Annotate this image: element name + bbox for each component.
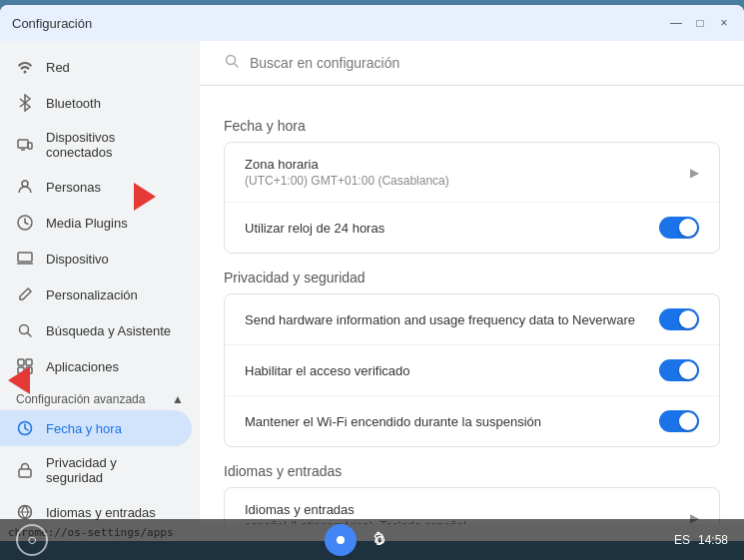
sidebar-item-dispositivos[interactable]: Dispositivos conectados: [0, 121, 192, 169]
toggle-hardware[interactable]: [659, 308, 699, 330]
sidebar-item-personas[interactable]: Personas: [0, 169, 192, 205]
sidebar-item-dispositivo[interactable]: Dispositivo: [0, 241, 192, 277]
svg-rect-1: [18, 140, 28, 148]
window-title: Configuración: [12, 16, 92, 31]
window-controls: — □ ×: [668, 15, 732, 31]
laptop-icon: [16, 250, 34, 268]
svg-rect-10: [26, 367, 32, 373]
network-icon: [16, 58, 34, 76]
zona-horaria-label: Zona horaria: [245, 157, 690, 172]
idiomas-label: Idiomas y entradas: [245, 502, 690, 517]
taskbar: ○ ES 14:58: [0, 519, 744, 560]
row-acceso-verificado[interactable]: Habilitar el acceso verificado: [225, 345, 719, 396]
main-layout: Red Bluetooth Dispositivos conectados Pe…: [0, 41, 744, 524]
assistant-button[interactable]: [325, 524, 357, 556]
svg-rect-9: [18, 367, 24, 373]
devices-icon: [16, 136, 34, 154]
row-wifi-suspension[interactable]: Mantener el Wi-Fi encendido durante la s…: [225, 396, 719, 446]
sidebar-item-privacidad[interactable]: Privacidad y seguridad: [0, 446, 192, 494]
minimize-button[interactable]: —: [668, 15, 684, 31]
svg-rect-2: [28, 143, 32, 149]
svg-point-4: [22, 181, 28, 187]
sidebar-label-dispositivo: Dispositivo: [46, 252, 109, 267]
collapse-icon[interactable]: ▲: [172, 392, 184, 406]
svg-point-0: [24, 71, 27, 74]
taskbar-right: ES 14:58: [674, 533, 728, 547]
sidebar-item-bluetooth[interactable]: Bluetooth: [0, 85, 192, 121]
taskbar-left: ○: [16, 524, 48, 556]
sidebar-label-red: Red: [46, 60, 70, 75]
advanced-section-header: Configuración avanzada ▲: [0, 384, 200, 410]
sidebar-label-busqueda: Búsqueda y Asistente: [46, 323, 171, 338]
sidebar-item-aplicaciones[interactable]: Aplicaciones: [0, 348, 192, 384]
taskbar-center: [325, 524, 396, 556]
titlebar: Configuración — □ ×: [0, 5, 744, 41]
svg-rect-8: [26, 359, 32, 365]
sidebar-item-fecha[interactable]: Fecha y hora: [0, 410, 192, 446]
sidebar-label-fecha: Fecha y hora: [46, 421, 122, 436]
home-button[interactable]: ○: [16, 524, 48, 556]
bluetooth-icon: [16, 94, 34, 112]
toggle-wifi[interactable]: [659, 410, 699, 432]
toggle-reloj-24h[interactable]: [659, 217, 699, 239]
sidebar-label-personalizacion: Personalización: [46, 287, 138, 302]
row-zona-horaria[interactable]: Zona horaria (UTC+1:00) GMT+01:00 (Casab…: [225, 143, 719, 203]
section-title-privacidad: Privacidad y seguridad: [224, 270, 720, 285]
toggle-acceso[interactable]: [659, 359, 699, 381]
person-icon: [16, 178, 34, 196]
maximize-button[interactable]: □: [692, 15, 708, 31]
card-privacidad: Send hardware information and usage freq…: [224, 293, 720, 447]
clock-icon: [16, 419, 34, 437]
content-body: Fecha y hora Zona horaria (UTC+1:00) GMT…: [200, 86, 744, 524]
lock-icon: [16, 461, 34, 479]
row-reloj-24h[interactable]: Utilizar reloj de 24 horas: [225, 203, 719, 253]
settings-button[interactable]: [365, 524, 396, 556]
locale-label: ES: [674, 533, 690, 547]
apps-icon: [16, 357, 34, 375]
card-fecha: Zona horaria (UTC+1:00) GMT+01:00 (Casab…: [224, 142, 720, 254]
row-hardware-info[interactable]: Send hardware information and usage freq…: [225, 294, 719, 345]
media-icon: [16, 214, 34, 232]
sidebar-label-aplicaciones: Aplicaciones: [46, 359, 119, 374]
close-button[interactable]: ×: [716, 15, 732, 31]
sidebar-label-bluetooth: Bluetooth: [46, 96, 101, 111]
sidebar-item-media[interactable]: Media Plugins: [0, 205, 192, 241]
sidebar-label-privacidad: Privacidad y seguridad: [46, 455, 176, 485]
sidebar-label-personas: Personas: [46, 180, 101, 195]
chevron-icon: ▶: [690, 166, 699, 180]
edit-icon: [16, 285, 34, 303]
sidebar-item-busqueda[interactable]: Búsqueda y Asistente: [0, 312, 192, 348]
reloj-24h-label: Utilizar reloj de 24 horas: [245, 221, 659, 236]
sidebar-item-red[interactable]: Red: [0, 49, 192, 85]
zona-horaria-sublabel: (UTC+1:00) GMT+01:00 (Casablanca): [245, 174, 690, 188]
svg-rect-7: [18, 359, 24, 365]
acceso-verificado-label: Habilitar el acceso verificado: [245, 363, 659, 378]
sidebar: Red Bluetooth Dispositivos conectados Pe…: [0, 41, 200, 524]
sidebar-label-media: Media Plugins: [46, 216, 128, 231]
sidebar-item-personalizacion[interactable]: Personalización: [0, 277, 192, 312]
svg-rect-12: [19, 469, 31, 477]
section-title-idiomas: Idiomas y entradas: [224, 463, 720, 479]
advanced-section-title: Configuración avanzada: [16, 392, 145, 406]
time-label: 14:58: [698, 533, 728, 547]
hardware-info-label: Send hardware information and usage freq…: [245, 312, 659, 327]
content-area: Fecha y hora Zona horaria (UTC+1:00) GMT…: [200, 41, 744, 524]
search-icon-inline: [224, 53, 240, 73]
search-input[interactable]: [250, 55, 720, 71]
svg-rect-5: [18, 253, 32, 262]
search-bar: [200, 41, 744, 86]
search-icon: [16, 321, 34, 339]
svg-point-17: [337, 536, 345, 544]
sidebar-label-idiomas: Idiomas y entradas: [46, 505, 156, 520]
wifi-suspension-label: Mantener el Wi-Fi encendido durante la s…: [245, 414, 659, 429]
sidebar-label-dispositivos: Dispositivos conectados: [46, 130, 176, 160]
section-title-fecha: Fecha y hora: [224, 118, 720, 134]
